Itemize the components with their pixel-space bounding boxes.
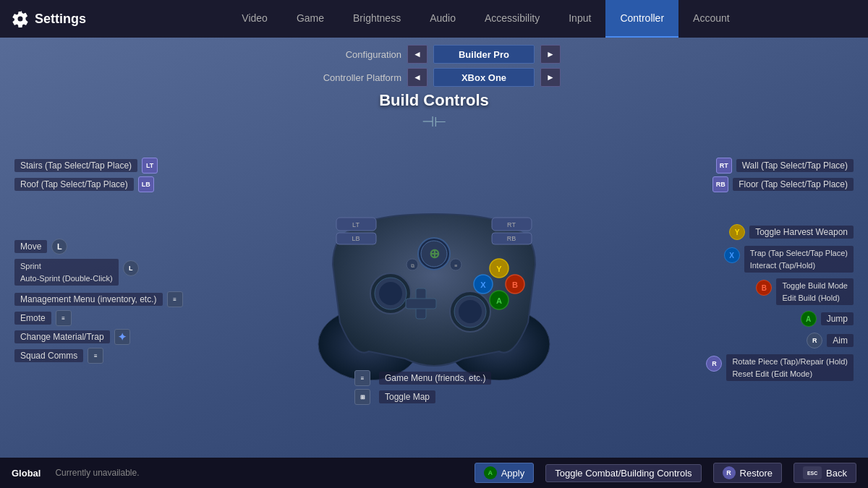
trap-label-row: Trap (Tap Select/Tap Place)Interact (Tap… xyxy=(571,246,854,273)
controller-svg: LT LB RT RB ⊕ ≡ ⧉ xyxy=(297,178,571,380)
svg-text:≡: ≡ xyxy=(454,263,457,268)
nav-game[interactable]: Game xyxy=(282,0,339,38)
move-label-row: Move L xyxy=(14,239,297,254)
restore-button[interactable]: R Restore xyxy=(713,463,783,483)
svg-text:X: X xyxy=(480,281,486,289)
rotate-label: Rotate Piece (Tap)/Repair (Hold)Reset Ed… xyxy=(726,354,854,381)
svg-rect-24 xyxy=(406,299,436,309)
configuration-row: Configuration ◄ Builder Pro ► xyxy=(14,45,854,64)
ls-move-badge: L xyxy=(51,239,67,254)
footer-status: Currently unavailable. xyxy=(55,468,462,478)
nav-video[interactable]: Video xyxy=(227,0,282,38)
app-title: Settings xyxy=(12,10,86,27)
toggle-map-label: Toggle Map xyxy=(379,390,435,403)
nav-account[interactable]: Account xyxy=(678,0,744,38)
squad-label: Squad Comms xyxy=(14,349,83,362)
material-label-row: Change Material/Trap ✦ xyxy=(14,329,297,345)
nav-audio[interactable]: Audio xyxy=(415,0,470,38)
stairs-label: Stairs (Tap Select/Tap Place) xyxy=(14,159,137,172)
menu-emote-badge: ≡ xyxy=(56,310,72,326)
apply-button[interactable]: A Apply xyxy=(475,463,535,483)
jump-label: Jump xyxy=(821,312,854,325)
configuration-next-button[interactable]: ► xyxy=(540,45,561,64)
menu-game-badge: ≡ xyxy=(354,370,370,386)
apply-icon: A xyxy=(484,466,497,479)
menu-management-badge: ≡ xyxy=(167,291,183,307)
bottom-labels: ≡ Game Menu (friends, etc.) ⊞ Toggle Map xyxy=(354,370,514,405)
stairs-label-row: Stairs (Tap Select/Tap Place) LT xyxy=(14,158,297,174)
emote-label-row: Emote ≡ xyxy=(14,310,297,326)
map-toggle-badge: ⊞ xyxy=(354,389,370,405)
lt-badge: LT xyxy=(142,158,158,174)
toggle-map-label-row: ⊞ Toggle Map xyxy=(354,389,435,405)
controller-layout: Stairs (Tap Select/Tap Place) LT Roof (T… xyxy=(14,136,854,425)
wall-label: Wall (Tap Select/Tap Place) xyxy=(736,159,854,172)
nav-brightness[interactable]: Brightness xyxy=(339,0,415,38)
configuration-label: Configuration xyxy=(307,49,401,60)
r-rotate-badge: R xyxy=(706,356,722,372)
aim-label-row: Aim R xyxy=(571,333,854,348)
jump-label-row: Jump A xyxy=(571,311,854,327)
svg-text:A: A xyxy=(496,296,502,305)
nav-accessibility[interactable]: Accessibility xyxy=(470,0,554,38)
svg-text:LT: LT xyxy=(352,221,359,228)
svg-text:⊕: ⊕ xyxy=(429,247,440,261)
svg-text:RT: RT xyxy=(507,221,516,228)
rotate-label-row: Rotate Piece (Tap)/Repair (Hold)Reset Ed… xyxy=(571,354,854,381)
floor-label: Floor (Tap Select/Tap Place) xyxy=(733,178,854,191)
back-label: Back xyxy=(826,468,847,479)
restore-icon: R xyxy=(723,466,736,479)
footer: Global Currently unavailable. A Apply To… xyxy=(0,458,868,488)
back-button[interactable]: ESC Back xyxy=(793,463,856,483)
management-label: Management Menu (inventory, etc.) xyxy=(14,293,163,306)
global-label: Global xyxy=(12,468,41,479)
move-label: Move xyxy=(14,240,47,253)
emote-label: Emote xyxy=(14,312,51,325)
game-menu-label-row: ≡ Game Menu (friends, etc.) xyxy=(354,370,491,386)
svg-text:B: B xyxy=(512,281,518,289)
rb-badge: RB xyxy=(712,176,728,192)
a-badge: A xyxy=(801,311,817,327)
toggle-combat-button[interactable]: Toggle Combat/Building Controls xyxy=(545,464,701,482)
y-badge: Y xyxy=(729,224,745,240)
configuration-prev-button[interactable]: ◄ xyxy=(407,45,427,64)
sprint-label-row: SprintAuto-Sprint (Double-Click) L xyxy=(14,259,297,286)
header: Settings Video Game Brightness Audio Acc… xyxy=(0,0,868,38)
left-labels: Stairs (Tap Select/Tap Place) LT Roof (T… xyxy=(14,158,297,364)
build-icon: ⊣⊢ xyxy=(14,113,854,130)
platform-prev-button[interactable]: ◄ xyxy=(407,68,427,87)
management-label-row: Management Menu (inventory, etc.) ≡ xyxy=(14,291,297,307)
platform-value: XBox One xyxy=(433,68,535,87)
svg-text:⧉: ⧉ xyxy=(411,263,414,268)
nav: Video Game Brightness Audio Accessibilit… xyxy=(115,0,856,38)
main-content: Configuration ◄ Builder Pro ► Controller… xyxy=(0,38,868,458)
lb-badge: LB xyxy=(138,176,154,192)
rs-aim-badge: R xyxy=(807,333,822,348)
b-badge: B xyxy=(756,280,772,296)
apply-label: Apply xyxy=(501,468,525,479)
game-menu-label: Game Menu (friends, etc.) xyxy=(379,372,491,385)
platform-label: Controller Platform xyxy=(307,72,401,83)
squad-label-row: Squad Comms ≡ xyxy=(14,348,297,364)
material-label: Change Material/Trap xyxy=(14,330,110,343)
floor-label-row: Floor (Tap Select/Tap Place) RB xyxy=(571,176,854,192)
ls-sprint-badge: L xyxy=(123,260,139,276)
build-mode-label: Toggle Build ModeEdit Build (Hold) xyxy=(776,278,854,305)
nav-controller[interactable]: Controller xyxy=(605,0,678,38)
nav-input[interactable]: Input xyxy=(554,0,605,38)
svg-point-19 xyxy=(379,282,402,305)
wall-label-row: Wall (Tap Select/Tap Place) RT xyxy=(571,158,854,174)
configuration-value: Builder Pro xyxy=(433,45,535,64)
trap-label: Trap (Tap Select/Tap Place)Interact (Tap… xyxy=(744,246,854,273)
aim-label: Aim xyxy=(827,334,854,347)
toggle-label: Toggle Combat/Building Controls xyxy=(555,468,692,479)
harvest-label-row: Toggle Harvest Weapon Y xyxy=(571,224,854,240)
dpad-material-badge: ✦ xyxy=(114,329,130,345)
x-badge: X xyxy=(724,247,740,263)
platform-row: Controller Platform ◄ XBox One ► xyxy=(14,68,854,87)
svg-point-22 xyxy=(459,300,482,323)
platform-next-button[interactable]: ► xyxy=(540,68,561,87)
sprint-label: SprintAuto-Sprint (Double-Click) xyxy=(14,259,119,286)
back-icon: ESC xyxy=(803,466,822,479)
app-title-text: Settings xyxy=(35,12,86,27)
